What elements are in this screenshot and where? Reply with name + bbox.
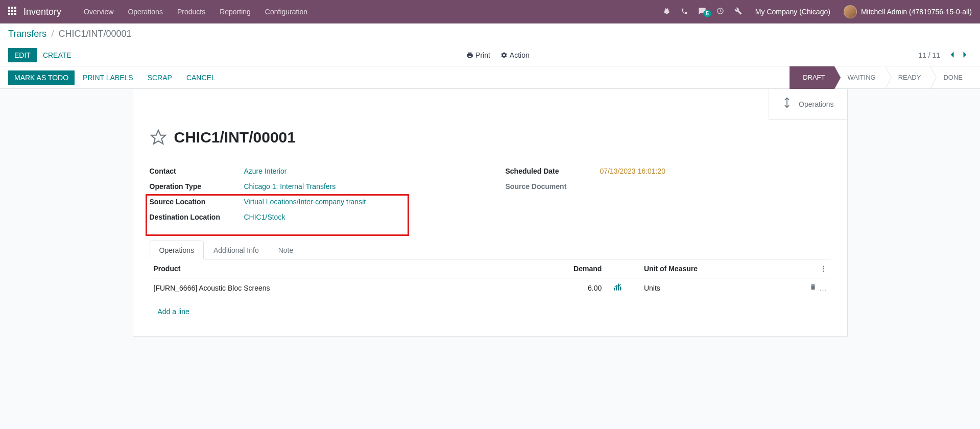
print-labels-button[interactable]: Print Labels xyxy=(77,70,139,85)
record-title: CHIC1/INT/00001 xyxy=(174,129,296,146)
apps-icon[interactable] xyxy=(8,7,16,17)
messages-badge: 5 xyxy=(703,10,711,17)
source-location-value[interactable]: Virtual Locations/Inter-company transit xyxy=(244,198,366,206)
col-forecast xyxy=(606,259,640,278)
destination-location-label: Destination Location xyxy=(150,213,244,221)
phone-icon[interactable] xyxy=(676,8,693,16)
add-line-button[interactable]: Add a line xyxy=(154,302,194,321)
top-navbar: Inventory Overview Operations Products R… xyxy=(0,0,980,23)
tab-note[interactable]: Note xyxy=(269,241,303,259)
col-demand: Demand xyxy=(524,259,606,278)
clock-icon[interactable] xyxy=(711,7,729,16)
print-icon xyxy=(466,52,473,59)
svg-rect-7 xyxy=(11,13,13,15)
create-button[interactable]: Create xyxy=(37,48,78,62)
app-brand[interactable]: Inventory xyxy=(23,7,61,17)
operation-type-value[interactable]: Chicago 1: Internal Transfers xyxy=(244,182,336,190)
company-selector[interactable]: My Company (Chicago) xyxy=(747,8,839,16)
cell-demand: 6.00 xyxy=(524,278,606,298)
svg-rect-6 xyxy=(8,13,10,15)
print-label: Print xyxy=(475,51,490,59)
action-button[interactable]: Action xyxy=(500,51,530,59)
contact-label: Contact xyxy=(150,167,244,175)
menu-operations[interactable]: Operations xyxy=(121,0,170,23)
svg-rect-0 xyxy=(8,7,10,9)
cell-uom: Units xyxy=(640,278,805,298)
tab-operations[interactable]: Operations xyxy=(150,241,204,259)
bug-icon[interactable] xyxy=(658,7,676,16)
next-record-button[interactable] xyxy=(959,48,972,63)
svg-rect-3 xyxy=(8,10,10,12)
form-sheet: Operations CHIC1/INT/00001 Contact Azure… xyxy=(133,89,848,337)
table-row[interactable]: [FURN_6666] Acoustic Bloc Screens 6.00 U… xyxy=(150,278,831,298)
cell-product: [FURN_6666] Acoustic Bloc Screens xyxy=(150,278,524,298)
tab-additional-info[interactable]: Additional Info xyxy=(204,241,269,259)
breadcrumb-parent[interactable]: Transfers xyxy=(8,29,46,39)
updown-icon xyxy=(782,97,792,111)
avatar xyxy=(844,5,857,18)
status-bar: Mark as Todo Print Labels Scrap Cancel D… xyxy=(0,66,980,89)
col-uom: Unit of Measure xyxy=(640,259,805,278)
control-bar: Transfers / CHIC1/INT/00001 Edit Create … xyxy=(0,23,980,66)
edit-button[interactable]: Edit xyxy=(8,48,37,62)
menu-configuration[interactable]: Configuration xyxy=(258,0,315,23)
action-label: Action xyxy=(510,51,530,59)
operations-stat-button[interactable]: Operations xyxy=(769,89,847,120)
messages-icon[interactable]: 5 xyxy=(693,7,711,17)
menu-products[interactable]: Products xyxy=(170,0,212,23)
status-waiting[interactable]: Waiting xyxy=(834,66,885,89)
scheduled-date-label: Scheduled Date xyxy=(506,167,600,175)
pager[interactable]: 11 / 11 xyxy=(918,51,940,59)
status-ready[interactable]: Ready xyxy=(885,66,930,89)
svg-rect-1 xyxy=(11,7,13,9)
svg-rect-8 xyxy=(14,13,16,15)
status-draft[interactable]: Draft xyxy=(790,66,834,89)
breadcrumb-sep: / xyxy=(51,29,54,39)
svg-marker-10 xyxy=(151,130,165,144)
col-product: Product xyxy=(150,259,524,278)
mark-as-todo-button[interactable]: Mark as Todo xyxy=(8,70,75,85)
menu-reporting[interactable]: Reporting xyxy=(212,0,258,23)
breadcrumb-current: CHIC1/INT/00001 xyxy=(58,29,131,39)
operations-stat-label: Operations xyxy=(799,100,833,108)
svg-rect-2 xyxy=(14,7,16,9)
svg-rect-4 xyxy=(11,10,13,12)
cancel-button[interactable]: Cancel xyxy=(180,70,222,85)
breadcrumb: Transfers / CHIC1/INT/00001 xyxy=(8,29,972,39)
menu-overview[interactable]: Overview xyxy=(77,0,121,23)
contact-value[interactable]: Azure Interior xyxy=(244,167,287,175)
row-more-icon[interactable]: … xyxy=(820,284,827,292)
prev-record-button[interactable] xyxy=(945,48,959,63)
gear-icon xyxy=(500,52,508,59)
forecast-icon[interactable] xyxy=(614,284,622,292)
priority-star-icon[interactable] xyxy=(150,129,167,146)
destination-location-value[interactable]: CHIC1/Stock xyxy=(244,213,285,221)
svg-rect-5 xyxy=(14,10,16,12)
delete-row-icon[interactable] xyxy=(809,284,819,292)
operations-table: Product Demand Unit of Measure ⋮ [FURN_6… xyxy=(150,259,831,326)
scheduled-date-value: 07/13/2023 16:01:20 xyxy=(600,167,665,175)
operation-type-label: Operation Type xyxy=(150,182,244,190)
user-menu[interactable]: Mitchell Admin (47819756-15-0-all) xyxy=(839,5,972,18)
user-name: Mitchell Admin (47819756-15-0-all) xyxy=(861,8,972,16)
status-steps: Draft Waiting Ready Done xyxy=(790,66,972,89)
source-location-label: Source Location xyxy=(150,198,244,206)
tabs: Operations Additional Info Note xyxy=(150,240,831,259)
scrap-button[interactable]: Scrap xyxy=(141,70,178,85)
col-actions[interactable]: ⋮ xyxy=(805,259,831,278)
tools-icon[interactable] xyxy=(729,7,747,16)
kebab-icon[interactable]: ⋮ xyxy=(820,265,827,273)
print-button[interactable]: Print xyxy=(466,51,490,59)
source-document-label: Source Document xyxy=(506,182,600,190)
